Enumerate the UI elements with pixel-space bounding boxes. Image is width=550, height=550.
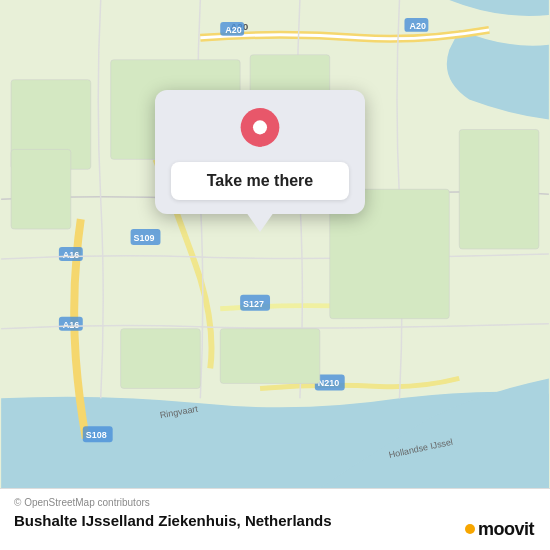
svg-point-39	[253, 120, 267, 134]
map-svg: A20 A20 A20 S109 A16 A16 S127 S127	[0, 0, 550, 488]
popup-tail	[246, 212, 274, 232]
bottom-bar: © OpenStreetMap contributors Bushalte IJ…	[0, 488, 550, 550]
popup-card: Take me there	[155, 90, 365, 214]
svg-rect-36	[11, 149, 71, 229]
moovit-dot	[465, 524, 475, 534]
svg-text:N210: N210	[318, 378, 339, 388]
moovit-logo: moovit	[465, 519, 534, 540]
map-area: A20 A20 A20 S109 A16 A16 S127 S127	[0, 0, 550, 488]
svg-rect-34	[220, 329, 320, 384]
svg-text:A16: A16	[63, 320, 79, 330]
map-pin-icon	[238, 108, 282, 152]
svg-text:A16: A16	[63, 250, 79, 260]
svg-rect-37	[459, 129, 539, 249]
svg-text:S127: S127	[243, 299, 264, 309]
moovit-brand-name: moovit	[478, 519, 534, 540]
svg-text:A20: A20	[225, 25, 241, 35]
svg-text:A20: A20	[409, 21, 425, 31]
take-me-there-button[interactable]: Take me there	[171, 162, 349, 200]
svg-rect-33	[121, 329, 201, 389]
svg-text:S108: S108	[86, 430, 107, 440]
svg-text:S109: S109	[134, 233, 155, 243]
app-container: A20 A20 A20 S109 A16 A16 S127 S127	[0, 0, 550, 550]
location-title: Bushalte IJsselland Ziekenhuis, Netherla…	[14, 512, 536, 529]
map-attribution: © OpenStreetMap contributors	[14, 497, 536, 508]
